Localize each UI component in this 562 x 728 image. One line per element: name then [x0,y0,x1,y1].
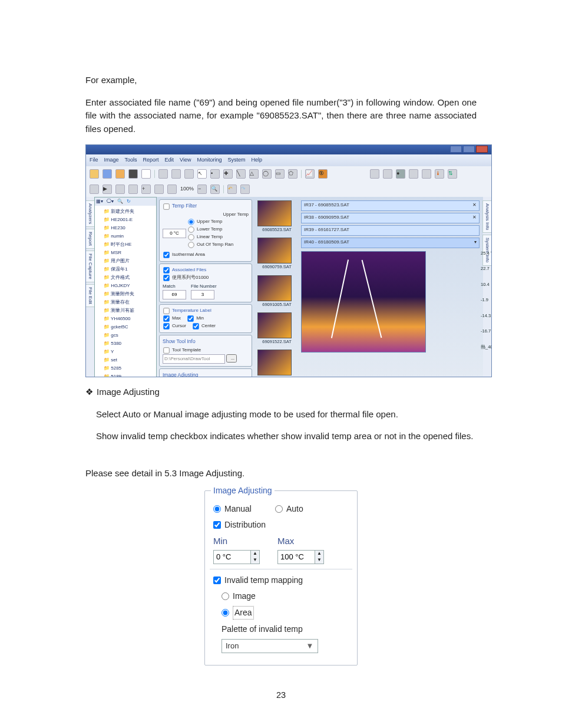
radio-auto[interactable]: Auto [275,503,303,515]
r-upper-temp[interactable] [188,219,194,225]
tree-item[interactable]: HE2001-E [97,216,154,224]
palette-select[interactable]: Iron ▼ [222,639,318,653]
tree-item[interactable]: Y [97,348,154,356]
cb-min[interactable] [187,315,193,321]
cb-invalid-temp[interactable]: Invalid temp mapping [213,574,303,587]
tree-item[interactable]: gcket5C [97,323,154,331]
tb2-redo-icon[interactable]: ↷ [240,185,250,194]
tree-icon-view[interactable]: 🖵▾ [107,198,114,205]
menubar[interactable]: File Image Tools Report Edit View Monito… [86,154,491,166]
spinner-down-icon[interactable]: ▼ [315,557,323,564]
filenum-input[interactable] [191,290,214,299]
tb2-hand-icon[interactable] [115,185,125,194]
close-icon[interactable]: ✕ [472,214,477,222]
tool-path[interactable] [163,354,225,364]
spinner-up-icon[interactable]: ▲ [315,551,323,557]
min-input[interactable] [214,551,250,564]
left-tabs[interactable]: Analyzers Report File Capture File Edit [86,197,94,377]
thumb-image[interactable] [257,312,292,338]
tb-new-icon[interactable] [141,169,151,179]
tab-file-capture[interactable]: File Capture [85,251,95,282]
tab-report[interactable]: Report [85,229,95,249]
thumb-image[interactable] [257,200,292,226]
thumb-image[interactable] [257,275,292,301]
spinner-up-icon[interactable]: ▲ [251,551,259,557]
tb-open-icon[interactable] [90,169,99,179]
tree-item[interactable]: MSR [97,249,154,257]
tb-line-icon[interactable]: ╲ [236,169,246,179]
tab-analyzers[interactable]: Analyzers [85,200,95,227]
tree-icon-grid[interactable]: ▦▾ [96,198,103,205]
cb-tooltemplate[interactable] [163,347,169,353]
menu-system[interactable]: System [227,156,245,164]
tree-item[interactable]: 5285 [97,364,154,373]
menu-help[interactable]: Help [251,156,262,164]
tb-stop-icon[interactable] [128,169,138,179]
menu-view[interactable]: View [180,156,191,164]
cb-associated[interactable] [163,267,169,273]
tb-cursor-icon[interactable]: ↖ [197,169,207,179]
spinner-down-icon[interactable]: ▼ [251,557,259,564]
tb-temp-icon[interactable] [171,169,181,179]
tb-temp2-icon[interactable]: 🌡 [435,169,444,179]
tree-item[interactable]: 用户图片 [97,257,154,265]
cb-cursor[interactable] [163,323,169,329]
tb-palette-icon[interactable] [158,169,168,179]
tree-item[interactable]: 测量存在 [97,298,154,307]
toolbar-2[interactable]: ▶ + 100% − 🔍 ↶ ↷ [86,182,491,197]
tb2-play-icon[interactable]: ▶ [103,185,112,194]
window-controls[interactable] [450,146,488,154]
cb-temp-filter[interactable] [163,203,169,209]
tree-refresh-icon[interactable]: ↻ [127,198,131,205]
chevron-down-icon[interactable]: ▾ [474,239,477,247]
tb2-plus-icon[interactable]: + [141,185,151,194]
radio-manual[interactable]: Manual [213,503,252,515]
thumb-image[interactable] [257,350,292,375]
close-icon[interactable]: ✕ [472,202,477,210]
r-upper[interactable]: Upper Temp [223,211,249,218]
menu-file[interactable]: File [90,156,98,164]
match-input[interactable] [163,290,186,299]
cb-isothermal[interactable] [163,252,169,258]
cb-distribution[interactable]: Distribution [213,519,266,531]
tb-triangle-icon[interactable]: △ [249,169,259,179]
r-out-range[interactable] [188,242,194,248]
tb-network-icon[interactable]: ⇅ [448,169,457,179]
tree-item[interactable]: 保温年1 [97,265,154,274]
chevron-down-icon[interactable]: ▼ [306,640,314,652]
thumb-image[interactable] [257,238,292,263]
tb-circle-icon[interactable]: ◯ [262,169,272,179]
tree-item[interactable]: 新建文件夹 [97,207,154,216]
tb-polygon-icon[interactable]: ⬠ [288,169,297,179]
tb-copy-icon[interactable] [370,169,379,179]
r-lower-temp[interactable] [188,226,194,232]
file-tree[interactable]: ▦▾ 🖵▾ 🔍 ↻ 新建文件夹 HE2001-E HE230 numin 时平台… [94,197,157,377]
tree-search-icon[interactable]: 🔍 [117,198,123,205]
tree-item[interactable]: 测量附件夹 [97,290,154,298]
tb-save-icon[interactable] [103,169,112,179]
browse-button[interactable]: ... [226,354,237,363]
toolbar-1[interactable]: ↖ • ✚ ╲ △ ◯ ▭ ⬠ 📈 ⦿ ● 🌡 ⇅ [86,166,491,182]
tree-item[interactable]: HE230 [97,224,154,232]
tb-point-icon[interactable]: • [210,169,220,179]
tb2-reset-icon[interactable] [154,185,164,194]
tab-analysis-info[interactable]: Analysis Info [482,200,492,233]
tb-win-icon[interactable] [409,169,418,179]
tb2-search-icon[interactable]: 🔍 [210,185,220,194]
radio-image[interactable]: Image [222,590,256,602]
max-input[interactable] [278,551,315,564]
doc-tab-active[interactable]: IR40 - 69180509.SAT▾ [301,238,480,248]
min-spinner[interactable]: ▲▼ [213,550,260,564]
cb-templabel[interactable] [163,308,169,314]
tree-item[interactable]: 测量川有鉴 [97,307,154,315]
tb-disk-icon[interactable]: ● [396,169,405,179]
tree-item[interactable]: 5189 [97,373,154,377]
thermal-viewer[interactable] [301,251,426,353]
doc-tab[interactable]: IR39 - 69161727.SAT [301,225,480,236]
tb2-fit-icon[interactable] [128,185,138,194]
in-lower[interactable] [163,229,186,238]
max-spinner[interactable]: ▲▼ [277,550,324,564]
r-linear-temp[interactable] [188,234,194,240]
tree-item[interactable]: numin [97,232,154,241]
tree-item[interactable]: gcs [97,331,154,340]
